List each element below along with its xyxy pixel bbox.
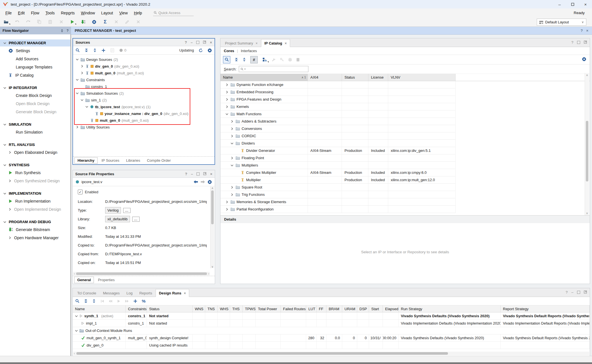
sources-tab-libraries[interactable]: Libraries [123, 157, 143, 163]
menu-edit[interactable]: Edit [15, 9, 28, 17]
catalog-row-conversions[interactable]: Conversions [220, 125, 456, 132]
flownav-item-run-implementation[interactable]: Run Implementation [0, 197, 70, 205]
chev-r-icon[interactable] [231, 193, 233, 196]
flownav-item-open-block-design[interactable]: Open Block Design [0, 99, 70, 108]
chev-r-icon[interactable] [226, 208, 228, 211]
toolbar-undo-button[interactable] [14, 19, 20, 25]
chip-icon[interactable] [288, 58, 292, 62]
tab-cores[interactable]: Cores [224, 49, 234, 53]
catalog-row-complex-multiplier[interactable]: Complex Multiplier AXI4-Stream Productio… [220, 169, 456, 176]
magnifier-icon[interactable] [75, 299, 79, 303]
column-header-report-strategy[interactable]: Report Strategy [501, 305, 590, 312]
flownav-item-ip-catalog[interactable]: IP Catalog [0, 71, 70, 79]
column-header-run-strategy[interactable]: Run Strategy [399, 305, 501, 312]
collapse-all-icon[interactable] [84, 299, 88, 303]
minimize-panel-icon[interactable]: – [191, 40, 193, 45]
magnifier-icon[interactable] [76, 48, 80, 52]
maximize-panel-icon[interactable] [196, 172, 200, 176]
flownav-section-header-rtl-analysis[interactable]: RTL ANALYSIS [0, 141, 70, 148]
catalog-row-fpga-features-and-design[interactable]: FPGA Features and Design [220, 96, 456, 103]
float-panel-icon[interactable] [584, 40, 587, 45]
column-header-name[interactable]: Name [73, 305, 126, 312]
help-icon[interactable]: ? [185, 172, 187, 176]
doc-gray-icon[interactable] [110, 48, 114, 52]
filter-hash-button[interactable]: # [250, 56, 258, 63]
catalog-row-floating-point[interactable]: Floating Point [220, 154, 456, 162]
close-panel-icon[interactable]: × [210, 172, 212, 176]
close-tab-icon[interactable]: × [256, 41, 258, 45]
help-icon[interactable]: ? [185, 40, 187, 45]
chev-r-icon[interactable] [76, 126, 79, 128]
column-header-status[interactable]: Status [342, 74, 368, 81]
column-header-dsp[interactable]: DSP [357, 305, 369, 312]
tab-interfaces[interactable]: Interfaces [241, 49, 257, 53]
chev-d-icon[interactable] [85, 105, 88, 108]
catalog-row-divider-generator[interactable]: Divider Generator AXI4-Stream Production… [220, 147, 456, 154]
flownav-item-run-synthesis[interactable]: Run Synthesis [0, 168, 70, 177]
tab-tcl-console[interactable]: Tcl Console [74, 289, 100, 297]
catalog-row-partial-reconfiguration[interactable]: Partial Reconfiguration [220, 206, 456, 213]
menu-flow[interactable]: Flow [28, 9, 43, 17]
column-header-status[interactable]: Status [147, 305, 193, 312]
source-row-design-sources[interactable]: Design Sources (2) [73, 56, 215, 63]
source-row-tb-ipcore-test[interactable]: tb_ipcore_test (ipcore_test.v) (1) [73, 103, 215, 110]
chev-r-icon[interactable] [226, 98, 228, 101]
chev-r-icon[interactable] [226, 83, 228, 86]
source-row-simulation-sources[interactable]: Simulation Sources (2) [73, 90, 215, 97]
run-row-impl-1[interactable]: impl_1 constrs_1 Not startedVivado Imple… [73, 320, 590, 327]
toolbar-copy-button[interactable] [36, 19, 42, 25]
sources-tab-hierarchy[interactable]: Hierarchy [74, 157, 98, 164]
flownav-item-run-simulation[interactable]: Run Simulation [0, 128, 70, 136]
scroll-left-icon[interactable]: ‹ [73, 272, 75, 275]
tab-log[interactable]: Log [123, 289, 136, 297]
dock-icon[interactable] [60, 29, 64, 32]
chev-d-icon[interactable] [75, 329, 78, 332]
catalog-row-cordic[interactable]: CORDIC [220, 132, 456, 140]
close-tab-icon[interactable]: × [184, 291, 186, 295]
toolbar-delete-x-button[interactable] [58, 19, 64, 25]
prev-icon[interactable] [109, 299, 112, 303]
first-icon[interactable] [100, 299, 104, 303]
tab-messages[interactable]: Messages [100, 289, 123, 297]
chev-r-icon[interactable] [81, 65, 83, 68]
catalog-row-dividers[interactable]: Dividers [220, 140, 456, 147]
flownav-item-generate-block-design[interactable]: Generate Block Design [0, 108, 70, 116]
toolbar-bitstream-button[interactable]: 0110 [80, 19, 86, 25]
toolbar-edit-pencil-button[interactable] [124, 19, 130, 25]
catalog-row-square-root[interactable]: Square Root [220, 184, 456, 191]
chev-r-icon[interactable] [231, 135, 233, 137]
toolbar-redo-button[interactable] [25, 19, 31, 25]
flownav-item-open-elaborated-design[interactable]: Open Elaborated Design [0, 148, 70, 156]
source-row-sim-1[interactable]: sim_1 (2) [73, 97, 215, 103]
scroll-down-icon[interactable]: ∨ [211, 265, 214, 268]
chev-r-icon[interactable] [81, 72, 83, 74]
window-minimize-button[interactable]: – [553, 0, 566, 8]
menu-file[interactable]: File [2, 9, 15, 17]
chev-d-icon[interactable] [81, 99, 83, 101]
float-panel-icon[interactable] [203, 40, 206, 45]
column-header-start[interactable]: Start [369, 305, 383, 312]
forward-arrow-icon[interactable] [200, 180, 205, 184]
plus-icon[interactable] [101, 48, 105, 52]
chev-d-icon[interactable] [75, 315, 78, 318]
toolbar-sigma-button[interactable]: Σ [102, 19, 108, 25]
search-toggle-button[interactable] [223, 56, 230, 63]
chev-r-icon[interactable] [231, 186, 233, 189]
maximize-panel-icon[interactable] [196, 41, 199, 44]
tab-ip-catalog[interactable]: IP Catalog × [261, 39, 290, 47]
flownav-item-add-sources[interactable]: Add Sources [0, 55, 70, 63]
window-maximize-button[interactable] [566, 0, 579, 8]
catalog-row-memories-storage-elements[interactable]: Memories & Storage Elements [220, 198, 456, 206]
column-header-ff[interactable]: FF [317, 305, 326, 312]
source-row-utility-sources[interactable]: Utility Sources [73, 124, 215, 130]
catalog-row-multipliers[interactable]: Multipliers [220, 162, 456, 169]
expand-all-icon[interactable] [242, 58, 246, 61]
key-icon[interactable] [280, 58, 284, 62]
chev-d-icon[interactable] [231, 142, 233, 145]
gear-blue-icon[interactable] [207, 48, 212, 53]
flownav-item-open-synthesized-design[interactable]: Open Synthesized Design [0, 177, 70, 185]
column-header-failed-routes[interactable]: Failed Routes [281, 305, 306, 312]
card-icon[interactable] [296, 58, 300, 62]
close-panel-icon[interactable]: × [210, 40, 212, 45]
sources-tab-ip-sources[interactable]: IP Sources [99, 157, 122, 163]
